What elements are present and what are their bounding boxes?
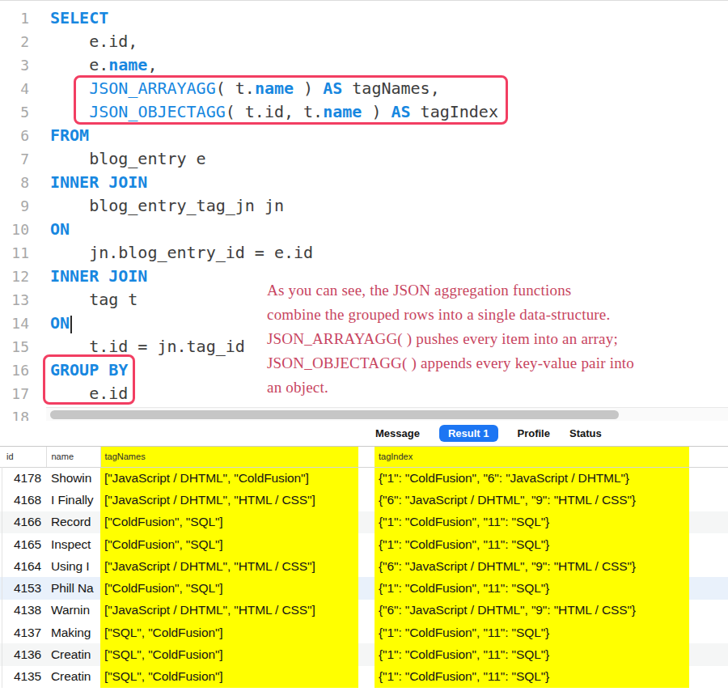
results-grid: idnametagNamestagIndex 4178Showin["JavaS… [0,447,728,688]
cell-filler [689,666,728,688]
line-number: 1 [0,6,29,30]
cell-tagindex[interactable]: {"1": "ColdFusion", "11": "SQL"} [375,666,689,688]
cell-tagindex[interactable]: {"1": "ColdFusion", "11": "SQL"} [375,577,689,599]
table-row[interactable]: 4166Record["ColdFusion", "SQL"]{"1": "Co… [0,511,728,533]
line-number: 3 [0,53,29,77]
sql-editor[interactable]: 1SELECT2 e.id,3 e.name,4 JSON_ARRAYAGG( … [0,0,728,421]
cell-tagnames[interactable]: ["JavaScript / DHTML", "HTML / CSS"] [100,555,358,577]
table-row[interactable]: 4153Phill Na["ColdFusion", "SQL"]{"1": "… [0,577,728,599]
cell-spacer [358,666,375,688]
tab-status[interactable]: Status [569,427,602,439]
table-row[interactable]: 4138Warnin["JavaScript / DHTML", "HTML /… [0,600,728,622]
table-row[interactable]: 4165Inspect["ColdFusion", "SQL"]{"1": "C… [0,533,728,555]
cell-name[interactable]: Inspect [46,533,100,555]
cell-tagindex[interactable]: {"1": "ColdFusion", "11": "SQL"} [375,511,689,533]
cell-tagnames[interactable]: ["SQL", "ColdFusion"] [100,643,358,665]
table-row[interactable]: 4137Making["SQL", "ColdFusion"]{"1": "Co… [0,622,728,643]
line-number: 14 [0,312,29,335]
cell-tagindex[interactable]: {"1": "ColdFusion", "6": "JavaScript / D… [375,467,689,489]
horizontal-scrollbar[interactable] [46,407,728,421]
cell-name[interactable]: I Finally [46,489,100,511]
cell-id[interactable]: 4164 [0,555,46,577]
cell-name[interactable]: Phill Na [46,577,100,599]
cell-tagnames[interactable]: ["JavaScript / DHTML", "HTML / CSS"] [100,600,358,622]
cell-tagindex[interactable]: {"6": "JavaScript / DHTML", "9": "HTML /… [375,555,689,577]
cell-id[interactable]: 4138 [0,600,46,622]
cell-tagnames[interactable]: ["ColdFusion", "SQL"] [100,577,358,599]
cell-filler [689,467,728,489]
cell-spacer [358,555,375,577]
cell-tagnames[interactable]: ["ColdFusion", "SQL"] [100,511,358,533]
code-text: blog_entry_tag_jn jn [29,194,284,218]
cell-name[interactable]: Warnin [46,600,100,622]
code-line[interactable]: 11 jn.blog_entry_id = e.id [0,241,728,265]
code-line[interactable]: 3 e.name, [0,53,728,77]
cell-id[interactable]: 4166 [0,511,46,533]
column-header-spacer [689,447,728,467]
cell-name[interactable]: Record [46,511,100,533]
cell-spacer [358,489,375,511]
cell-spacer [358,622,375,643]
cell-name[interactable]: Making [46,622,100,643]
code-line[interactable]: 6FROM [0,124,728,147]
cell-id[interactable]: 4135 [0,666,46,688]
table-row[interactable]: 4136Creatin["SQL", "ColdFusion"]{"1": "C… [0,643,728,665]
code-text: tag t [29,288,138,312]
cell-name[interactable]: Using I [46,555,100,577]
cell-filler [689,511,728,533]
tab-message[interactable]: Message [375,427,420,439]
cell-tagnames[interactable]: ["JavaScript / DHTML", "ColdFusion"] [100,467,358,489]
cell-tagindex[interactable]: {"1": "ColdFusion", "11": "SQL"} [375,622,689,643]
cell-filler [689,622,728,643]
code-line[interactable]: 7 blog_entry e [0,147,728,171]
line-number: 4 [0,77,29,100]
highlight-box-group-by [43,354,135,405]
code-text: e.name, [29,53,157,77]
cell-id[interactable]: 4165 [0,533,46,555]
cell-id[interactable]: 4178 [0,467,46,489]
column-header-name[interactable]: name [46,447,100,467]
cell-filler [689,555,728,577]
scrollbar-thumb[interactable] [50,410,619,419]
code-text: ON [29,218,70,241]
cell-id[interactable]: 4136 [0,643,46,665]
cell-id[interactable]: 4168 [0,489,46,511]
cell-name[interactable]: Showin [46,467,100,489]
cell-id[interactable]: 4137 [0,622,46,643]
cell-name[interactable]: Creatin [46,666,100,688]
code-text: FROM [29,124,89,147]
cell-tagnames[interactable]: ["ColdFusion", "SQL"] [100,533,358,555]
cell-spacer [358,511,375,533]
cell-name[interactable]: Creatin [46,643,100,665]
code-line[interactable]: 9 blog_entry_tag_jn jn [0,194,728,218]
cell-id[interactable]: 4153 [0,577,46,599]
tab-profile[interactable]: Profile [518,427,550,439]
cell-tagindex[interactable]: {"6": "JavaScript / DHTML", "9": "HTML /… [375,600,689,622]
code-line[interactable]: 8INNER JOIN [0,171,728,194]
cell-tagnames[interactable]: ["SQL", "ColdFusion"] [100,666,358,688]
cell-spacer [358,643,375,665]
table-row[interactable]: 4168I Finally["JavaScript / DHTML", "HTM… [0,489,728,511]
column-header-spacer [358,447,375,467]
table-row[interactable]: 4135Creatin["SQL", "ColdFusion"]{"1": "C… [0,666,728,688]
annotation-note: As you can see, the JSON aggregation fun… [267,278,724,400]
cell-tagindex[interactable]: {"1": "ColdFusion", "11": "SQL"} [375,643,689,665]
table-left-edge [2,467,2,688]
line-number: 17 [0,382,29,405]
column-header-tagnames[interactable]: tagNames [100,447,358,467]
line-number: 8 [0,171,29,194]
cell-tagnames[interactable]: ["SQL", "ColdFusion"] [100,622,358,643]
table-row[interactable]: 4164Using I["JavaScript / DHTML", "HTML … [0,555,728,577]
code-line[interactable]: 2 e.id, [0,30,728,53]
table-row[interactable]: 4178Showin["JavaScript / DHTML", "ColdFu… [0,467,728,489]
cell-tagindex[interactable]: {"1": "ColdFusion", "11": "SQL"} [375,533,689,555]
cell-filler [689,577,728,599]
table-header-row: idnametagNamestagIndex [0,447,728,467]
cell-tagindex[interactable]: {"6": "JavaScript / DHTML", "9": "HTML /… [375,489,689,511]
code-line[interactable]: 1SELECT [0,6,728,30]
code-line[interactable]: 10ON [0,218,728,241]
column-header-tagindex[interactable]: tagIndex [375,447,689,467]
tab-result-1[interactable]: Result 1 [439,425,498,442]
cell-tagnames[interactable]: ["JavaScript / DHTML", "HTML / CSS"] [100,489,358,511]
column-header-id[interactable]: id [0,447,46,467]
